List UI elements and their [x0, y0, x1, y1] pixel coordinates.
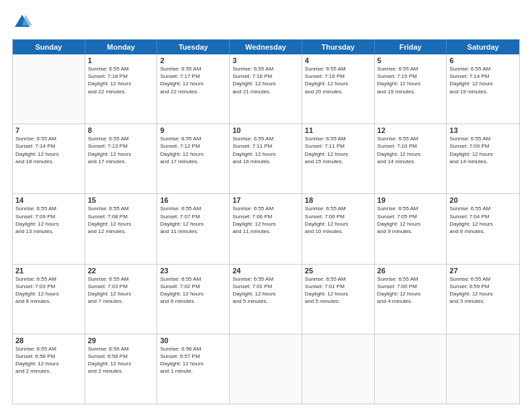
day-number: 23: [160, 267, 226, 275]
day-number: 16: [160, 196, 226, 204]
day-number: 8: [88, 126, 154, 134]
cell-info: Sunrise: 6:55 AM Sunset: 7:13 PM Dayligh…: [88, 135, 154, 165]
cal-cell: 24Sunrise: 6:55 AM Sunset: 7:01 PM Dayli…: [230, 265, 302, 334]
cell-info: Sunrise: 6:55 AM Sunset: 7:01 PM Dayligh…: [305, 275, 371, 306]
header-day-sunday: Sunday: [13, 40, 85, 54]
day-number: 10: [232, 126, 299, 134]
cell-info: Sunrise: 6:55 AM Sunset: 7:01 PM Dayligh…: [232, 275, 299, 306]
cal-cell: 2Sunrise: 6:55 AM Sunset: 7:17 PM Daylig…: [157, 54, 230, 124]
cal-cell: 22Sunrise: 6:55 AM Sunset: 7:03 PM Dayli…: [85, 265, 158, 334]
cal-cell: 3Sunrise: 6:55 AM Sunset: 7:16 PM Daylig…: [230, 54, 302, 124]
day-number: 17: [232, 196, 299, 204]
cell-info: Sunrise: 6:55 AM Sunset: 7:08 PM Dayligh…: [88, 205, 154, 235]
cell-info: Sunrise: 6:55 AM Sunset: 7:16 PM Dayligh…: [232, 65, 299, 95]
cell-info: Sunrise: 6:56 AM Sunset: 6:58 PM Dayligh…: [88, 345, 154, 375]
cell-info: Sunrise: 6:55 AM Sunset: 7:11 PM Dayligh…: [232, 135, 299, 165]
cell-info: Sunrise: 6:55 AM Sunset: 7:00 PM Dayligh…: [378, 275, 444, 306]
header-day-saturday: Saturday: [447, 40, 519, 54]
logo: [12, 12, 35, 32]
header-day-thursday: Thursday: [302, 40, 375, 54]
cal-cell: [13, 54, 85, 124]
cal-cell: 30Sunrise: 6:56 AM Sunset: 6:57 PM Dayli…: [157, 334, 230, 404]
cell-info: Sunrise: 6:55 AM Sunset: 7:11 PM Dayligh…: [305, 135, 371, 165]
cal-cell: 13Sunrise: 6:55 AM Sunset: 7:09 PM Dayli…: [447, 124, 519, 193]
day-number: 30: [160, 336, 226, 345]
cal-cell: 1Sunrise: 6:55 AM Sunset: 7:18 PM Daylig…: [85, 54, 158, 124]
cal-cell: 6Sunrise: 6:55 AM Sunset: 7:14 PM Daylig…: [447, 54, 519, 124]
day-number: 19: [378, 196, 444, 204]
cell-info: Sunrise: 6:55 AM Sunset: 7:06 PM Dayligh…: [232, 205, 299, 235]
day-number: 18: [305, 196, 371, 204]
header-day-wednesday: Wednesday: [230, 40, 302, 54]
cell-info: Sunrise: 6:55 AM Sunset: 6:58 PM Dayligh…: [15, 345, 82, 375]
cal-cell: 8Sunrise: 6:55 AM Sunset: 7:13 PM Daylig…: [85, 124, 158, 193]
cal-cell: 28Sunrise: 6:55 AM Sunset: 6:58 PM Dayli…: [13, 334, 85, 404]
week-row-4: 21Sunrise: 6:55 AM Sunset: 7:03 PM Dayli…: [13, 265, 519, 334]
cell-info: Sunrise: 6:55 AM Sunset: 7:15 PM Dayligh…: [378, 65, 444, 95]
cell-info: Sunrise: 6:55 AM Sunset: 7:17 PM Dayligh…: [160, 65, 226, 95]
cell-info: Sunrise: 6:55 AM Sunset: 7:03 PM Dayligh…: [88, 275, 154, 306]
cell-info: Sunrise: 6:55 AM Sunset: 7:10 PM Dayligh…: [378, 135, 444, 165]
day-number: 25: [305, 267, 371, 275]
cal-cell: 9Sunrise: 6:55 AM Sunset: 7:12 PM Daylig…: [157, 124, 230, 193]
day-number: 26: [378, 267, 444, 275]
day-number: 13: [449, 126, 517, 134]
header-day-tuesday: Tuesday: [157, 40, 230, 54]
day-number: 27: [449, 267, 517, 275]
cal-cell: 17Sunrise: 6:55 AM Sunset: 7:06 PM Dayli…: [230, 194, 302, 263]
cal-cell: 20Sunrise: 6:55 AM Sunset: 7:04 PM Dayli…: [447, 194, 519, 263]
header-day-friday: Friday: [375, 40, 447, 54]
day-number: 11: [305, 126, 371, 134]
cal-cell: 12Sunrise: 6:55 AM Sunset: 7:10 PM Dayli…: [375, 124, 447, 193]
day-number: 6: [449, 56, 517, 64]
day-number: 29: [88, 336, 154, 345]
cell-info: Sunrise: 6:55 AM Sunset: 7:05 PM Dayligh…: [378, 205, 444, 235]
cal-cell: 29Sunrise: 6:56 AM Sunset: 6:58 PM Dayli…: [85, 334, 158, 404]
cal-cell: 7Sunrise: 6:55 AM Sunset: 7:14 PM Daylig…: [13, 124, 85, 193]
day-number: 12: [378, 126, 444, 134]
cal-cell: 16Sunrise: 6:55 AM Sunset: 7:07 PM Dayli…: [157, 194, 230, 263]
cal-cell: 26Sunrise: 6:55 AM Sunset: 7:00 PM Dayli…: [375, 265, 447, 334]
cell-info: Sunrise: 6:55 AM Sunset: 7:12 PM Dayligh…: [160, 135, 226, 165]
calendar: SundayMondayTuesdayWednesdayThursdayFrid…: [12, 39, 520, 404]
cal-cell: [375, 334, 447, 404]
cal-cell: 21Sunrise: 6:55 AM Sunset: 7:03 PM Dayli…: [13, 265, 85, 334]
header: [12, 12, 520, 32]
cell-info: Sunrise: 6:55 AM Sunset: 7:06 PM Dayligh…: [305, 205, 371, 235]
calendar-body: 1Sunrise: 6:55 AM Sunset: 7:18 PM Daylig…: [13, 54, 519, 404]
cal-cell: [447, 334, 519, 404]
week-row-5: 28Sunrise: 6:55 AM Sunset: 6:58 PM Dayli…: [13, 334, 519, 404]
cell-info: Sunrise: 6:55 AM Sunset: 6:59 PM Dayligh…: [449, 275, 517, 306]
week-row-3: 14Sunrise: 6:55 AM Sunset: 7:09 PM Dayli…: [13, 194, 519, 264]
cal-cell: [230, 334, 302, 404]
cell-info: Sunrise: 6:55 AM Sunset: 7:07 PM Dayligh…: [160, 205, 226, 235]
cal-cell: 10Sunrise: 6:55 AM Sunset: 7:11 PM Dayli…: [230, 124, 302, 193]
day-number: 14: [15, 196, 82, 204]
day-number: 1: [88, 56, 154, 64]
week-row-1: 1Sunrise: 6:55 AM Sunset: 7:18 PM Daylig…: [13, 54, 519, 124]
cell-info: Sunrise: 6:55 AM Sunset: 7:04 PM Dayligh…: [449, 205, 517, 235]
cal-cell: 14Sunrise: 6:55 AM Sunset: 7:09 PM Dayli…: [13, 194, 85, 263]
cal-cell: 25Sunrise: 6:55 AM Sunset: 7:01 PM Dayli…: [302, 265, 375, 334]
cell-info: Sunrise: 6:55 AM Sunset: 7:14 PM Dayligh…: [449, 65, 517, 95]
day-number: 2: [160, 56, 226, 64]
week-row-2: 7Sunrise: 6:55 AM Sunset: 7:14 PM Daylig…: [13, 124, 519, 194]
cell-info: Sunrise: 6:55 AM Sunset: 7:18 PM Dayligh…: [88, 65, 154, 95]
day-number: 9: [160, 126, 226, 134]
day-number: 20: [449, 196, 517, 204]
cal-cell: 27Sunrise: 6:55 AM Sunset: 6:59 PM Dayli…: [447, 265, 519, 334]
day-number: 28: [15, 336, 82, 345]
day-number: 24: [232, 267, 299, 275]
cell-info: Sunrise: 6:55 AM Sunset: 7:03 PM Dayligh…: [15, 275, 82, 306]
cal-cell: [302, 334, 375, 404]
cell-info: Sunrise: 6:55 AM Sunset: 7:14 PM Dayligh…: [15, 135, 82, 165]
calendar-header: SundayMondayTuesdayWednesdayThursdayFrid…: [13, 40, 519, 54]
day-number: 7: [15, 126, 82, 134]
cal-cell: 15Sunrise: 6:55 AM Sunset: 7:08 PM Dayli…: [85, 194, 158, 263]
cal-cell: 19Sunrise: 6:55 AM Sunset: 7:05 PM Dayli…: [375, 194, 447, 263]
cal-cell: 4Sunrise: 6:55 AM Sunset: 7:16 PM Daylig…: [302, 54, 375, 124]
day-number: 5: [378, 56, 444, 64]
cell-info: Sunrise: 6:55 AM Sunset: 7:16 PM Dayligh…: [305, 65, 371, 95]
logo-icon: [12, 12, 32, 32]
day-number: 22: [88, 267, 154, 275]
